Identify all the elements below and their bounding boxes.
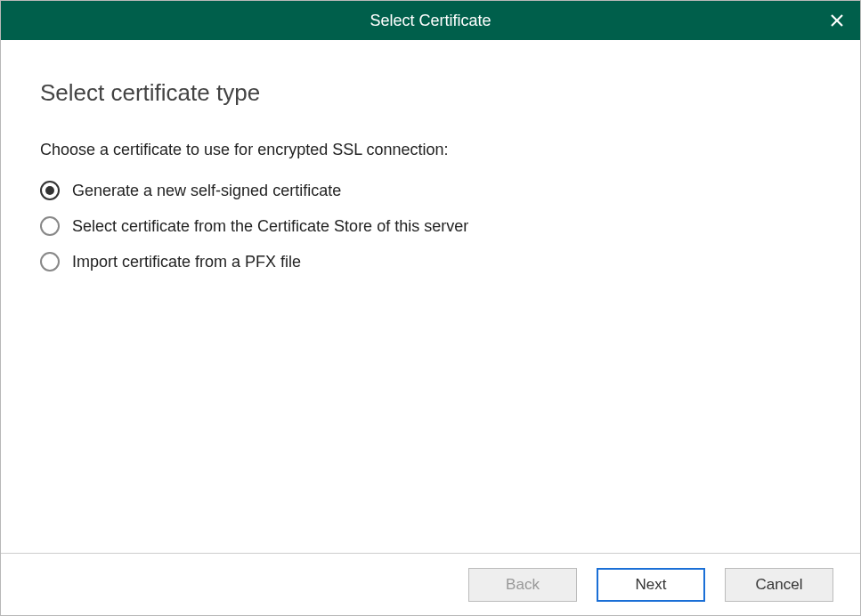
radio-label: Import certificate from a PFX file (72, 253, 301, 272)
radio-icon (40, 181, 60, 200)
radio-icon (40, 252, 60, 272)
dialog-title: Select Certificate (1, 12, 860, 30)
radio-generate-self-signed[interactable]: Generate a new self-signed certificate (40, 181, 821, 200)
radio-label: Generate a new self-signed certificate (72, 182, 341, 200)
close-icon (830, 13, 844, 28)
certificate-type-radio-group: Generate a new self-signed certificate S… (40, 181, 821, 272)
radio-import-pfx[interactable]: Import certificate from a PFX file (40, 252, 821, 272)
back-button[interactable]: Back (468, 568, 577, 602)
radio-label: Select certificate from the Certificate … (72, 217, 468, 236)
dialog-footer: Back Next Cancel (1, 553, 860, 615)
radio-icon (40, 216, 60, 236)
radio-select-from-store[interactable]: Select certificate from the Certificate … (40, 216, 821, 236)
page-heading: Select certificate type (40, 79, 821, 107)
close-button[interactable] (824, 8, 849, 33)
dialog-content: Select certificate type Choose a certifi… (1, 40, 860, 553)
instruction-text: Choose a certificate to use for encrypte… (40, 141, 821, 159)
titlebar: Select Certificate (1, 1, 860, 40)
select-certificate-dialog: Select Certificate Select certificate ty… (0, 0, 861, 616)
next-button[interactable]: Next (597, 568, 705, 602)
cancel-button[interactable]: Cancel (725, 568, 833, 602)
